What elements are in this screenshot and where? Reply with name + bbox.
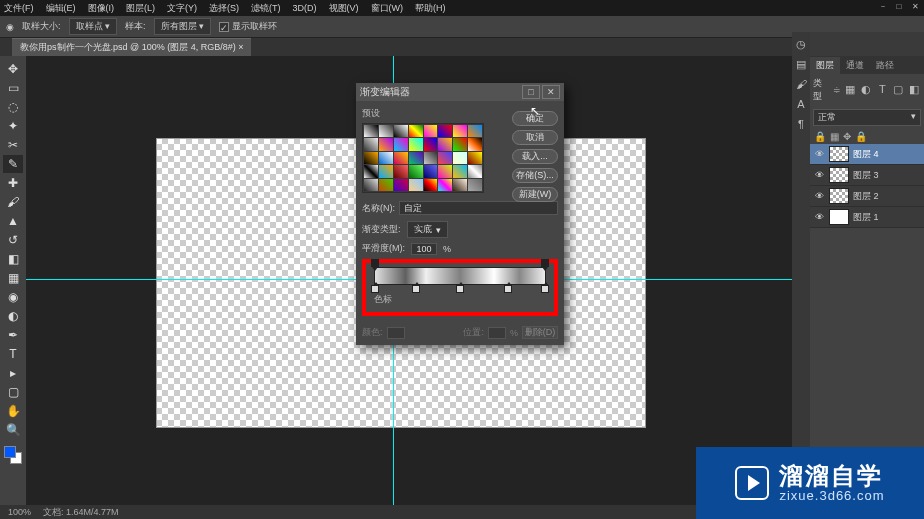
lock-all-icon[interactable]: 🔒 — [855, 131, 867, 142]
foreground-color[interactable] — [4, 446, 16, 458]
tab-paths[interactable]: 路径 — [870, 57, 900, 74]
minimize-button[interactable]: － — [876, 0, 890, 12]
preset-swatch[interactable] — [438, 138, 452, 150]
menu-image[interactable]: 图像(I) — [88, 2, 115, 15]
gradient-presets-grid[interactable] — [362, 123, 484, 193]
layer-row-3[interactable]: 👁 图层 1 — [810, 207, 924, 228]
crop-tool[interactable]: ✂ — [3, 136, 23, 154]
visibility-icon[interactable]: 👁 — [813, 170, 825, 180]
zoom-tool[interactable]: 🔍 — [3, 421, 23, 439]
new-button[interactable]: 新建(W) — [512, 187, 558, 202]
preset-swatch[interactable] — [409, 138, 423, 150]
char-icon[interactable]: A — [794, 98, 808, 112]
gradient-type-dropdown[interactable]: 实底▾ — [407, 221, 448, 238]
dialog-maximize-button[interactable]: □ — [522, 85, 540, 99]
lock-pos-icon[interactable]: ✥ — [843, 131, 851, 142]
filter-text-icon[interactable]: T — [876, 83, 889, 97]
menu-filter[interactable]: 滤镜(T) — [251, 2, 281, 15]
visibility-icon[interactable]: 👁 — [813, 149, 825, 159]
marquee-tool[interactable]: ▭ — [3, 79, 23, 97]
preset-swatch[interactable] — [409, 152, 423, 164]
preset-swatch[interactable] — [364, 165, 378, 177]
history-brush-tool[interactable]: ↺ — [3, 231, 23, 249]
sample-size-dropdown[interactable]: 取样点 ▾ — [69, 18, 118, 35]
preset-swatch[interactable] — [468, 152, 482, 164]
preset-swatch[interactable] — [424, 165, 438, 177]
preset-swatch[interactable] — [453, 152, 467, 164]
wand-tool[interactable]: ✦ — [3, 117, 23, 135]
lock-icon[interactable]: 🔒 — [814, 131, 826, 142]
preset-swatch[interactable] — [394, 165, 408, 177]
dialog-titlebar[interactable]: 渐变编辑器 □ ✕ — [356, 83, 564, 101]
preset-swatch[interactable] — [409, 165, 423, 177]
delete-stop-button[interactable]: 删除(D) — [522, 326, 558, 339]
tab-layers[interactable]: 图层 — [810, 57, 840, 74]
pen-tool[interactable]: ✒ — [3, 326, 23, 344]
document-tab[interactable]: 教你用ps制作一个光盘.psd @ 100% (图层 4, RGB/8#) × — [12, 38, 251, 56]
opacity-stop[interactable] — [541, 259, 549, 267]
maximize-button[interactable]: □ — [892, 0, 906, 12]
preset-swatch[interactable] — [394, 125, 408, 137]
save-button[interactable]: 存储(S)... — [512, 168, 558, 183]
preset-swatch[interactable] — [379, 165, 393, 177]
preset-swatch[interactable] — [468, 179, 482, 191]
color-stop[interactable] — [541, 285, 549, 293]
preset-swatch[interactable] — [364, 152, 378, 164]
preset-swatch[interactable] — [364, 125, 378, 137]
color-stop[interactable] — [456, 285, 464, 293]
preset-swatch[interactable] — [453, 125, 467, 137]
brush-panel-icon[interactable]: 🖌 — [794, 78, 808, 92]
tab-channels[interactable]: 通道 — [840, 57, 870, 74]
layer-row-2[interactable]: 👁 图层 2 — [810, 186, 924, 207]
preset-swatch[interactable] — [394, 138, 408, 150]
preset-swatch[interactable] — [468, 165, 482, 177]
preset-swatch[interactable] — [424, 138, 438, 150]
color-stop[interactable] — [504, 285, 512, 293]
preset-swatch[interactable] — [379, 125, 393, 137]
para-icon[interactable]: ¶ — [794, 118, 808, 132]
blend-mode-dropdown[interactable]: 正常▾ — [813, 109, 921, 126]
gradient-name-input[interactable] — [399, 201, 558, 215]
preset-swatch[interactable] — [379, 179, 393, 191]
preset-swatch[interactable] — [379, 152, 393, 164]
smoothness-input[interactable] — [411, 243, 437, 255]
preset-swatch[interactable] — [364, 138, 378, 150]
cancel-button[interactable]: 取消 — [512, 130, 558, 145]
preset-swatch[interactable] — [453, 179, 467, 191]
preset-swatch[interactable] — [468, 138, 482, 150]
preset-swatch[interactable] — [394, 152, 408, 164]
hand-tool[interactable]: ✋ — [3, 402, 23, 420]
gradient-ramp[interactable] — [374, 267, 546, 285]
menu-file[interactable]: 文件(F) — [4, 2, 34, 15]
preset-swatch[interactable] — [438, 179, 452, 191]
menu-view[interactable]: 视图(V) — [329, 2, 359, 15]
heal-tool[interactable]: ✚ — [3, 174, 23, 192]
gradient-tool[interactable]: ▦ — [3, 269, 23, 287]
menu-type[interactable]: 文字(Y) — [167, 2, 197, 15]
dodge-tool[interactable]: ◐ — [3, 307, 23, 325]
preset-swatch[interactable] — [409, 125, 423, 137]
layer-row-1[interactable]: 👁 图层 3 — [810, 165, 924, 186]
zoom-level[interactable]: 100% — [8, 507, 31, 517]
eyedropper-tool[interactable]: ✎ — [3, 155, 23, 173]
color-stop[interactable] — [412, 285, 420, 293]
preset-swatch[interactable] — [438, 165, 452, 177]
preset-swatch[interactable] — [438, 125, 452, 137]
color-stop[interactable] — [371, 285, 379, 293]
show-ring-check[interactable]: ✓ 显示取样环 — [219, 20, 277, 33]
filter-smart-icon[interactable]: ◧ — [908, 83, 921, 97]
filter-pixel-icon[interactable]: ▦ — [844, 83, 857, 97]
dialog-close-button[interactable]: ✕ — [542, 85, 560, 99]
preset-swatch[interactable] — [424, 179, 438, 191]
filter-adj-icon[interactable]: ◐ — [860, 83, 873, 97]
type-tool[interactable]: T — [3, 345, 23, 363]
brush-tool[interactable]: 🖌 — [3, 193, 23, 211]
sample-dropdown[interactable]: 所有图层 ▾ — [154, 18, 212, 35]
ok-button[interactable]: 确定 — [512, 111, 558, 126]
preset-swatch[interactable] — [453, 165, 467, 177]
load-button[interactable]: 载入... — [512, 149, 558, 164]
preset-swatch[interactable] — [409, 179, 423, 191]
preset-swatch[interactable] — [364, 179, 378, 191]
history-icon[interactable]: ◷ — [794, 38, 808, 52]
preset-swatch[interactable] — [379, 138, 393, 150]
